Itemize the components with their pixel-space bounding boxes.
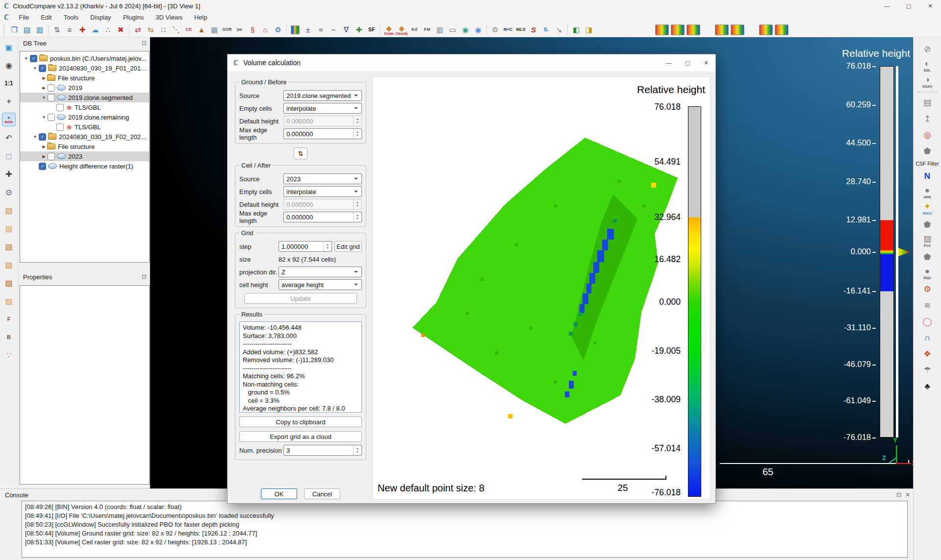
screenshot-icon[interactable]: ◉ (2, 58, 16, 72)
save-all-icon[interactable]: ▥ (33, 24, 46, 36)
global-shift-icon[interactable]: ⇅ (51, 24, 63, 36)
csf-shield-icon[interactable]: ⬟ (918, 143, 937, 159)
checkbox-unchecked[interactable]: ✓ (56, 104, 64, 111)
expander-icon[interactable]: ▼ (23, 56, 29, 61)
facets-icon[interactable]: ⬟ (918, 249, 937, 265)
s-dot-icon[interactable]: S. (540, 24, 553, 36)
ceil-max-edge-input[interactable]: 0.000000▲▼ (283, 212, 362, 222)
cell-height-select[interactable]: average height (279, 279, 362, 290)
hand-picker-icon[interactable]: ❖ (918, 346, 937, 362)
expander-icon[interactable]: ▶ (41, 86, 47, 90)
ceil-empty-cells-select[interactable]: interpolate (283, 186, 362, 197)
plugin-green-icon[interactable]: ◧ (570, 24, 583, 36)
noise-filter-icon[interactable]: ▦ (208, 24, 221, 36)
sf-icon[interactable]: SF (365, 24, 378, 36)
grid-step-input[interactable]: 1.000000▲▼ (279, 241, 332, 252)
delete-icon[interactable]: ✖ (114, 24, 127, 36)
sf-interpolate-icon[interactable]: ≈ (314, 24, 327, 36)
normals-compute-icon[interactable]: N+C (502, 24, 514, 36)
dialog-close-icon[interactable]: ✕ (697, 54, 715, 71)
expander-icon[interactable]: ▶ (41, 76, 47, 80)
projection-dir-select[interactable]: Z (279, 267, 362, 277)
tree-item-height-difference-raster[interactable]: ✓ Height difference raster(1) (20, 161, 149, 171)
dialog-maximize-icon[interactable]: ▢ (678, 54, 697, 71)
dialog-title-bar[interactable]: ℂ Volume calculation — ▢ ✕ (228, 54, 715, 71)
menu-tools[interactable]: Tools (58, 12, 84, 23)
export-arrow-icon[interactable]: ↘ (553, 24, 565, 36)
rsd-icon[interactable]: ●RSD (918, 265, 937, 281)
edl-shader-icon[interactable]: ◐EDL (918, 57, 937, 73)
tree-item-2019-clone-remaining[interactable]: ▼ ✓ 2019.clone.remaining (20, 112, 149, 122)
plugin-yellow-icon[interactable]: ◨ (583, 24, 595, 36)
properties-float-icon[interactable]: ⊡ (142, 273, 147, 280)
rainbow-cloud-icon-6[interactable] (759, 24, 773, 35)
layers-icon[interactable]: ≋ (918, 297, 937, 314)
checkbox-unchecked[interactable]: ✓ (48, 94, 55, 101)
view-back-icon[interactable]: ▧ (2, 240, 16, 253)
checkbox-checked[interactable]: ✓ (39, 133, 46, 141)
edit-grid-button[interactable]: Edit grid (334, 241, 362, 252)
apply-transformation-icon[interactable]: ≡ (63, 24, 76, 36)
zoom-1-1-icon[interactable]: 1:1 (2, 76, 16, 90)
expander-icon[interactable]: ▼ (41, 96, 47, 100)
checkbox-unchecked[interactable]: ✓ (48, 153, 55, 160)
ssao-shader-icon[interactable]: ◑SSAO (918, 73, 937, 90)
menu-help[interactable]: Help (188, 12, 213, 23)
menu-plugins[interactable]: Plugins (117, 12, 150, 23)
histogram-icon[interactable] (289, 24, 302, 36)
kd-tree-icon[interactable]: Kd (408, 24, 421, 36)
rainbow-cloud-icon-5[interactable] (731, 24, 744, 35)
tree-item-2019[interactable]: ▶ ✓ 2019 (20, 83, 149, 93)
hpr-icon[interactable]: ●HPR (918, 184, 937, 200)
tree-item-f01-2019[interactable]: ▼ ✓ 20240830_030_19_F01_2019.e... (20, 63, 149, 73)
add-sf-icon[interactable]: ✚ (353, 24, 365, 36)
tree-item-2023[interactable]: ▶ ✓ 2023 (20, 151, 149, 161)
tools-icon[interactable]: ⚙ (272, 24, 284, 36)
expander-icon[interactable]: ▶ (41, 154, 47, 159)
compass-icon[interactable]: ◎ (918, 127, 937, 143)
gears-plus-icon[interactable]: ⚙ (489, 24, 502, 36)
spinner-buttons[interactable]: ▲▼ (353, 129, 361, 139)
segment-icon[interactable]: ✂ (233, 24, 246, 36)
tree-item-tls-gbl-1[interactable]: ✓ ⊕ TLS/GBL (20, 102, 149, 112)
ground-source-select[interactable]: 2019.clone.segmented (283, 90, 362, 101)
dialog-minimize-icon[interactable]: — (660, 54, 678, 71)
clouds-icon[interactable]: ☁ (89, 24, 102, 36)
console-close-icon[interactable]: ✕ (905, 491, 910, 498)
tree-item-poskus-bin[interactable]: ▼ ✓ poskus.bin (C:/Users/matej.jelov... (20, 53, 149, 63)
subsample-icon[interactable]: ∴ (102, 24, 114, 36)
pan-icon[interactable]: ✚ (2, 167, 16, 181)
shield-icon[interactable]: ⬟ (918, 217, 937, 233)
bounding-box-icon[interactable]: ◻ (2, 149, 16, 163)
mls-icon[interactable]: MLS (514, 24, 527, 36)
spinner-buttons[interactable]: ▲▼ (353, 445, 361, 455)
arch-icon[interactable]: ∩ (918, 330, 937, 346)
cloud-distance-icon[interactable]: CC (182, 24, 195, 36)
tree-item-f02-2023[interactable]: ▼ ✓ 20240830_030_19_F02_2023.e... (20, 132, 149, 142)
view-front-marker-icon[interactable]: F (2, 312, 16, 326)
density-icon[interactable]: ▲ (195, 24, 208, 36)
ceil-source-select[interactable]: 2023 (283, 173, 362, 184)
fm-icon[interactable]: FM (421, 24, 433, 36)
num-precision-input[interactable]: 3▲▼ (283, 445, 362, 456)
rotate-view-icon[interactable]: ↶ (2, 131, 16, 145)
checkbox-unchecked[interactable]: ✓ (48, 84, 55, 92)
view-right-icon[interactable]: ▧ (2, 276, 16, 290)
tree-item-2019-clone-segmented[interactable]: ▼ ✓ 2019.clone.segmented (20, 93, 149, 102)
fine-registration-icon[interactable]: ∷ (157, 24, 170, 36)
expander-icon[interactable]: ▶ (41, 145, 47, 149)
tracer-icon[interactable]: § (246, 24, 259, 36)
expander-icon[interactable]: ▼ (41, 115, 47, 120)
tree-item-file-structure-2[interactable]: ▶ File structure (20, 142, 149, 151)
rainbow-cloud-icon-4[interactable] (715, 24, 729, 35)
open-file-icon[interactable]: ❐ (8, 24, 21, 36)
view-left-icon[interactable]: ▧ (2, 258, 16, 271)
rainbow-cloud-icon-3[interactable] (687, 24, 700, 35)
menu-3d-views[interactable]: 3D Views (150, 12, 188, 23)
expander-icon[interactable]: ▼ (32, 135, 38, 139)
db-tree-float-icon[interactable]: ⊡ (142, 40, 147, 47)
sf-smooth-icon[interactable]: ~ (327, 24, 340, 36)
register-icon[interactable]: ⇆ (144, 24, 157, 36)
translate-rotate-icon[interactable]: ⇄ (131, 24, 144, 36)
maximize-icon[interactable]: ▢ (898, 0, 919, 12)
